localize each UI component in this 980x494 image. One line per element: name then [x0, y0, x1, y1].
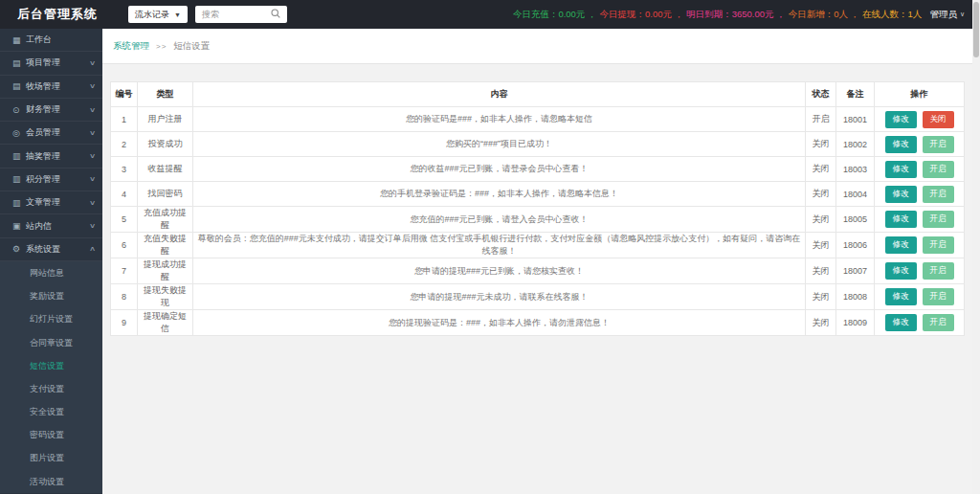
sidebar-subitem-slideshow[interactable]: 幻灯片设置: [0, 307, 102, 330]
edit-button[interactable]: 修改: [885, 186, 917, 203]
folder-icon: ▤: [12, 58, 26, 68]
row-remark: 18002: [836, 132, 875, 157]
open-button[interactable]: 开启: [923, 314, 954, 331]
chevron-down-icon: ∨: [89, 199, 96, 207]
admin-menu[interactable]: 管理员 ∨: [929, 9, 965, 21]
row-remark: 18008: [836, 284, 875, 310]
row-status: 关闭: [806, 284, 836, 310]
edit-button[interactable]: 修改: [885, 236, 917, 254]
sidebar-item-label: 会员管理: [26, 126, 90, 139]
header-stats: 今日充值：0.00元 ，今日提现：0.00元 ，明日到期：3650.00元 ，今…: [513, 9, 925, 21]
row-id: 1: [111, 107, 138, 132]
sidebar-item-finance[interactable]: ⊙ 财务管理 ∨: [0, 99, 102, 122]
sidebar-subitem-activity[interactable]: 活动设置: [0, 470, 102, 493]
chevron-down-icon: ∨: [89, 129, 96, 137]
stat-today-recharge: 今日充值：0.00元 ，: [513, 9, 597, 21]
row-type: 充值失败提醒: [138, 233, 193, 258]
row-id: 8: [111, 284, 138, 310]
row-id: 2: [111, 132, 138, 157]
sidebar-subitem-security[interactable]: 安全设置: [0, 400, 102, 423]
search-icon: [271, 9, 280, 20]
open-button[interactable]: 开启: [923, 262, 954, 280]
stat-today-new: 今日新增：0人 ，: [789, 9, 859, 21]
sidebar-subitem-payment[interactable]: 支付设置: [0, 377, 102, 400]
open-button[interactable]: 开启: [923, 161, 954, 178]
chevron-down-icon: ∨: [89, 152, 96, 160]
table-row: 1 用户注册 您的验证码是###，如非本人操作，请忽略本短信 开启 18001 …: [111, 107, 965, 132]
breadcrumb: 系统管理 >> 短信设置: [102, 29, 972, 64]
vertical-scrollbar[interactable]: [972, 0, 980, 494]
sidebar-item-lottery[interactable]: ▥ 抽奖管理 ∨: [0, 145, 102, 168]
sidebar-item-points[interactable]: ▥ 积分管理 ∨: [0, 168, 102, 191]
sidebar-item-member[interactable]: ◎ 会员管理 ∨: [0, 122, 102, 145]
sidebar-subitem-sms[interactable]: 短信设置: [0, 354, 102, 377]
row-content: 您购买的“###”项目已成功！: [193, 132, 806, 157]
edit-button[interactable]: 修改: [885, 262, 917, 280]
main-area: 系统管理 >> 短信设置 编号类型内容状态备注操作 1 用户注册 您的验证码是#…: [102, 29, 972, 494]
table-row: 4 找回密码 您的手机登录验证码是：###，如非本人操作，请忽略本信息！ 关闭 …: [111, 182, 965, 207]
sidebar-subitem-reward[interactable]: 奖励设置: [0, 284, 102, 307]
edit-button[interactable]: 修改: [885, 211, 917, 228]
row-actions: 修改开启: [875, 233, 965, 258]
finance-icon: ⊙: [12, 105, 26, 115]
sidebar-subitem-site-info[interactable]: 网站信息: [0, 261, 102, 284]
sidebar-subitem-image[interactable]: 图片设置: [0, 446, 102, 469]
sms-settings-table: 编号类型内容状态备注操作 1 用户注册 您的验证码是###，如非本人操作，请忽略…: [110, 81, 965, 336]
sidebar-submenu: 网站信息奖励设置幻灯片设置合同章设置短信设置支付设置安全设置密码设置图片设置活动…: [0, 261, 102, 493]
sidebar-subitem-contract-seal[interactable]: 合同章设置: [0, 331, 102, 354]
row-status: 关闭: [806, 310, 836, 336]
row-actions: 修改关闭: [875, 107, 965, 132]
table-header-row: 编号类型内容状态备注操作: [111, 82, 965, 107]
edit-button[interactable]: 修改: [885, 136, 917, 153]
breadcrumb-section[interactable]: 系统管理: [113, 40, 149, 53]
edit-button[interactable]: 修改: [885, 111, 917, 128]
admin-label: 管理员: [929, 9, 957, 21]
row-actions: 修改开启: [875, 258, 965, 284]
row-remark: 18003: [836, 157, 875, 182]
open-button[interactable]: 开启: [923, 288, 954, 305]
open-button[interactable]: 开启: [923, 136, 954, 153]
sidebar-item-workbench[interactable]: ▦ 工作台: [0, 29, 102, 52]
row-actions: 修改开启: [875, 157, 965, 182]
stat-tomorrow-due: 明日到期：3650.00元 ，: [686, 9, 785, 21]
sidebar-item-system[interactable]: ⚙ 系统设置 ∧: [0, 238, 102, 261]
sidebar-item-article[interactable]: ▥ 文章管理 ∨: [0, 191, 102, 214]
open-button[interactable]: 开启: [923, 236, 954, 254]
row-remark: 18006: [836, 233, 875, 258]
sidebar-item-label: 财务管理: [26, 103, 90, 116]
sidebar-item-label: 文章管理: [26, 196, 90, 209]
row-status: 开启: [806, 107, 836, 132]
edit-button[interactable]: 修改: [885, 314, 917, 331]
chevron-down-icon: ∨: [960, 11, 965, 18]
sidebar-item-label: 工作台: [26, 34, 95, 46]
record-type-select[interactable]: 流水记录 ▼: [128, 6, 188, 23]
table-row: 5 充值成功提醒 您充值的###元已到账，请登入会员中心查收！ 关闭 18005…: [111, 207, 965, 233]
sidebar-menu: ▦ 工作台 ▤ 项目管理 ∨ ▤ 牧场管理 ∨ ⊙ 财务管理 ∨ ◎ 会员管理 …: [0, 29, 102, 261]
edit-button[interactable]: 修改: [885, 161, 917, 178]
edit-button[interactable]: 修改: [885, 288, 917, 305]
sidebar-item-ranch[interactable]: ▤ 牧场管理 ∨: [0, 76, 102, 99]
sidebar-item-mail[interactable]: ▣ 站内信 ∨: [0, 214, 102, 237]
document-icon: ▥: [12, 198, 26, 208]
column-header: 操作: [875, 82, 965, 107]
search-input[interactable]: 搜索: [195, 6, 287, 23]
chevron-down-icon: ∨: [89, 59, 96, 67]
open-button[interactable]: 开启: [923, 211, 954, 228]
row-actions: 修改开启: [875, 182, 965, 207]
row-id: 7: [111, 258, 138, 284]
row-type: 用户注册: [138, 107, 193, 132]
row-id: 4: [111, 182, 138, 207]
table-row: 2 投资成功 您购买的“###”项目已成功！ 关闭 18002 修改开启: [111, 132, 965, 157]
row-remark: 18004: [836, 182, 875, 207]
scrollbar-thumb[interactable]: [973, 2, 979, 57]
close-button[interactable]: 关闭: [923, 111, 954, 128]
chevron-down-icon: ∨: [89, 222, 96, 230]
sidebar-item-project[interactable]: ▤ 项目管理 ∨: [0, 52, 102, 75]
row-content: 您的提现验证码是：###，如非本人操作，请勿泄露信息！: [193, 310, 806, 336]
table-row: 3 收益提醒 您的收益###元已到账，请登录会员中心查看！ 关闭 18003 修…: [111, 157, 965, 182]
row-content: 您的手机登录验证码是：###，如非本人操作，请忽略本信息！: [193, 182, 806, 207]
open-button[interactable]: 开启: [923, 186, 954, 203]
column-header: 状态: [806, 82, 836, 107]
sidebar-subitem-password[interactable]: 密码设置: [0, 423, 102, 446]
stat-online-count: 在线人数：1人: [862, 9, 922, 21]
